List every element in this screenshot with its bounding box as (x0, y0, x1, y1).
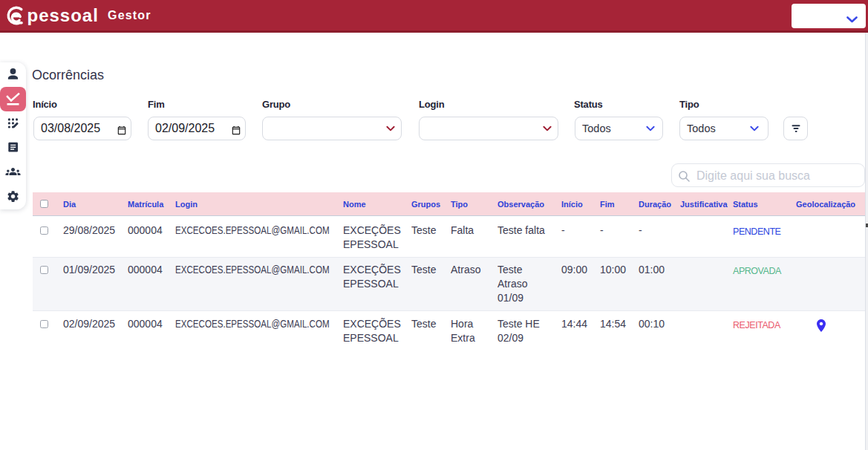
svg-text:pessoal: pessoal (27, 5, 99, 25)
